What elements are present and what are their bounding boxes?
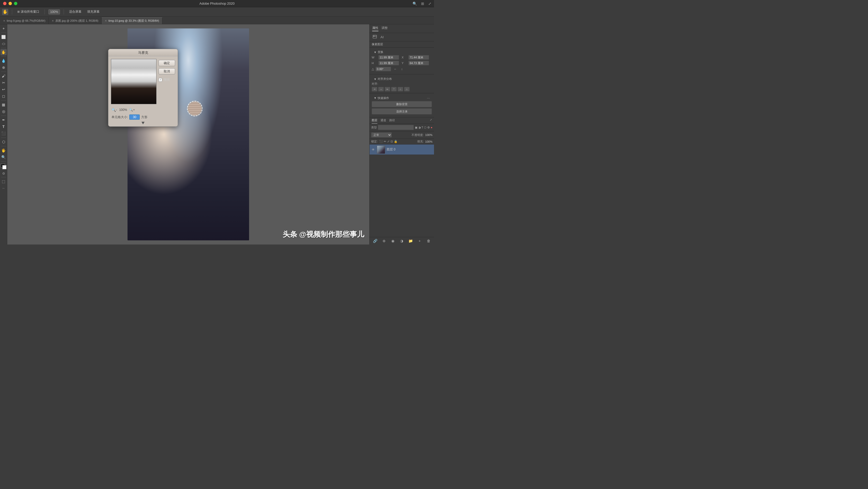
layers-filter-input[interactable] — [378, 125, 414, 130]
search-icon[interactable]: 🔍 — [412, 2, 417, 6]
gradient-tool[interactable]: ▦ — [1, 102, 7, 108]
filter-smart-icon[interactable]: ⚙ — [427, 126, 430, 129]
layer-style-btn[interactable]: ⊕ — [380, 238, 388, 243]
text-tool[interactable]: T — [1, 124, 7, 130]
delete-layer-btn[interactable]: 🗑 — [425, 238, 432, 243]
quick-ops-title[interactable]: ▼ 快速操作 ··· — [372, 95, 432, 101]
transform-section: ▼ 变换 W X H Y △ ↔ ↕ — [370, 47, 434, 74]
filter-pixel-icon[interactable]: ▣ — [415, 126, 417, 129]
layer-mask-btn[interactable]: ◉ — [389, 238, 397, 243]
maximize-btn[interactable] — [14, 2, 17, 5]
x-input[interactable] — [408, 55, 429, 60]
tab-close-1[interactable]: ✕ — [52, 20, 54, 22]
channels-tab[interactable]: 通道 — [380, 118, 386, 124]
paths-tab[interactable]: 路径 — [389, 118, 395, 124]
align-center-h-icon[interactable]: ⫠ — [378, 87, 384, 92]
h-input[interactable] — [378, 61, 399, 65]
adjust-tab[interactable]: 调整 — [381, 26, 388, 31]
adjustment-layer-btn[interactable]: ◑ — [398, 238, 406, 243]
hand-tool[interactable]: 🖐 — [1, 147, 7, 154]
path-select-tool[interactable]: ⬛ — [1, 130, 7, 136]
tab-1[interactable]: ✕ 原图.jpg @ 200% (图层 1, RGB/8) — [49, 17, 102, 24]
blend-mode-select[interactable]: 正常 — [371, 132, 392, 137]
traffic-lights[interactable] — [3, 2, 17, 5]
align-right-icon[interactable]: ⫢ — [384, 87, 390, 92]
layers-expand-icon[interactable]: ⤢ — [430, 118, 432, 124]
group-layers-btn[interactable]: 📁 — [407, 238, 414, 243]
zoom-out-icon[interactable]: 🔍- — [112, 108, 117, 112]
align-center-v-icon[interactable]: ⊥ — [398, 87, 403, 92]
zoom-in-icon[interactable]: 🔍+ — [129, 108, 135, 112]
transform-title[interactable]: ▼ 变换 — [372, 49, 432, 55]
cancel-button[interactable]: 取消 — [159, 68, 175, 74]
props-tab[interactable]: 属性 — [372, 26, 378, 31]
align-bottom-icon[interactable]: ⊥ — [404, 87, 410, 92]
scroll-all-btn[interactable]: ⊞ 滚动所有窗口 — [16, 9, 41, 15]
filter-adjust-icon[interactable]: ◑ — [418, 126, 421, 129]
quick-ops-more[interactable]: ··· — [427, 96, 430, 100]
select-subject-button[interactable]: 选择主体 — [372, 108, 432, 115]
expand-icon[interactable]: ⤢ — [428, 2, 431, 6]
new-layer-btn[interactable]: + — [416, 238, 424, 243]
shape-tool[interactable]: ⬡ — [1, 139, 7, 145]
minimize-btn[interactable] — [8, 2, 12, 5]
quick-mask-btn[interactable]: ⊙ — [1, 171, 6, 176]
hand-tool-btn[interactable]: ✋ — [2, 9, 8, 15]
flip-h-icon[interactable]: ↔ — [393, 66, 398, 72]
align-arrow: ▼ — [374, 77, 377, 80]
filter-shape-icon[interactable]: ⬡ — [424, 126, 427, 129]
zoom-tool[interactable]: 🔍 — [1, 154, 7, 160]
eyedropper-tool[interactable]: 💧 — [1, 58, 7, 64]
align-title[interactable]: ▼ 对齐并分布 — [372, 76, 432, 82]
filter-text-icon[interactable]: T — [422, 126, 424, 129]
fit-screen-btn[interactable]: 适合屏幕 — [67, 9, 83, 15]
slider-triangle[interactable] — [142, 122, 145, 124]
eraser-tool[interactable]: ◻ — [1, 93, 7, 99]
lock-arrows[interactable]: ⤢ — [387, 140, 390, 143]
tab-close-0[interactable]: ✕ — [3, 20, 5, 22]
lock-artboard[interactable]: ⊡ — [391, 140, 393, 143]
y-input[interactable] — [408, 61, 429, 65]
blur-tool[interactable]: ◎ — [1, 108, 7, 115]
tab-2[interactable]: ✕ timg-10.jpeg @ 33.3% (图层 0, RGB/8#) — [102, 17, 162, 24]
zoom-level-display[interactable]: 100% — [49, 9, 60, 14]
size-input[interactable]: 30 — [129, 115, 140, 120]
confirm-button[interactable]: 确定 — [159, 60, 175, 66]
lock-brush[interactable]: ✏ — [384, 140, 386, 143]
fill-value[interactable]: 100% — [425, 140, 432, 143]
screen-mode-btn[interactable]: ⬚ — [1, 178, 7, 185]
fg-color[interactable] — [1, 164, 6, 169]
align-left-icon[interactable]: ⫡ — [372, 87, 377, 92]
clone-tool[interactable]: ✂ — [1, 79, 7, 86]
layers-tab[interactable]: 图层 — [372, 118, 377, 124]
extra-tools-btn[interactable]: ··· — [1, 185, 7, 191]
flip-v-icon[interactable]: ↕ — [399, 66, 404, 72]
remove-bg-button[interactable]: 删除背景 — [372, 101, 432, 107]
tab-close-2[interactable]: ✕ — [105, 20, 107, 22]
arrange-icon[interactable]: ⊞ — [421, 2, 424, 6]
close-btn[interactable] — [3, 2, 6, 5]
lasso-tool[interactable]: ⬭ — [1, 40, 7, 47]
pen-tool[interactable]: ✒ — [1, 117, 7, 123]
preview-checkbox[interactable] — [159, 78, 162, 82]
angle-input[interactable] — [376, 67, 391, 71]
align-top-icon[interactable]: ⊤ — [391, 87, 397, 92]
lock-all[interactable]: 🔒 — [394, 140, 398, 143]
brush-tool[interactable]: 🖌 — [1, 73, 7, 79]
opacity-value[interactable]: 100% — [425, 133, 432, 136]
props-pixel-icon[interactable] — [372, 34, 378, 39]
layer-item-0[interactable]: 👁 图层 0 — [370, 144, 434, 155]
fill-screen-btn[interactable]: 填充屏幕 — [86, 9, 101, 15]
w-input[interactable] — [378, 55, 399, 60]
lock-checkerboard[interactable]: ⬛ — [379, 140, 383, 143]
filter-toggle-icon[interactable]: ● — [431, 126, 432, 129]
rect-select-tool[interactable]: ⬜ — [1, 34, 7, 40]
layer-visibility-eye[interactable]: 👁 — [371, 148, 375, 152]
history-brush[interactable]: ↩ — [1, 86, 7, 93]
tab-0[interactable]: ✕ timg-9.jpeg @ 66.7%(RGB/8#) — [0, 17, 49, 24]
canvas-area[interactable]: 马赛克 确定 取消 预览 🔍- 100% 🔍+ — [7, 24, 369, 244]
link-layers-btn[interactable]: 🔗 — [371, 238, 379, 243]
crop-tool[interactable]: ✋ — [1, 49, 7, 55]
move-tool[interactable]: ⌖ — [1, 25, 7, 32]
heal-tool[interactable]: ⊕ — [1, 64, 7, 71]
